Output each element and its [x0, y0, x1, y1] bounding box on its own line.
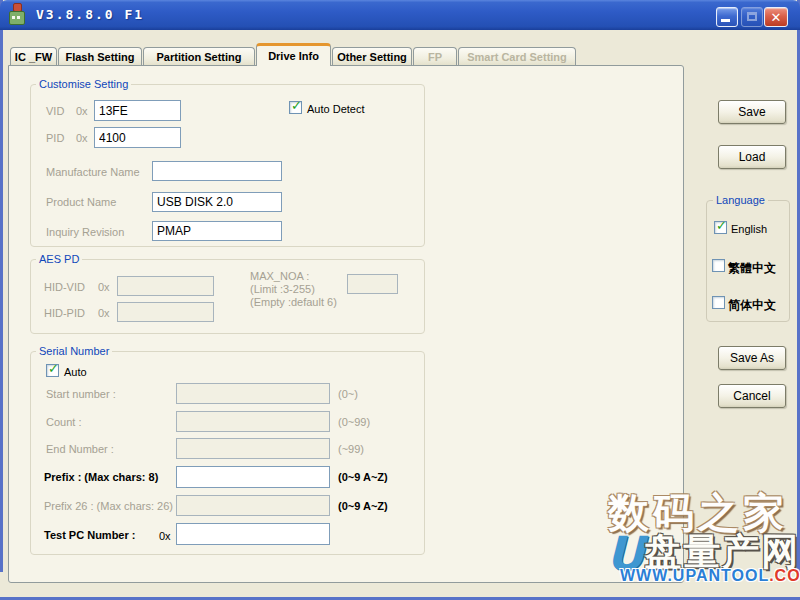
prefix26-range: (0~9 A~Z) [338, 500, 388, 512]
tab-ic-fw[interactable]: IC _FW [10, 47, 57, 66]
hid-pid-hex-prefix: 0x [98, 307, 110, 319]
product-name-input[interactable] [152, 192, 282, 212]
hid-vid-hex-prefix: 0x [98, 281, 110, 293]
manufacture-name-label: Manufacture Name [46, 166, 140, 178]
language-group-title: Language [713, 194, 768, 206]
end-number-label: End Number : [46, 443, 114, 455]
prefix-range: (0~9 A~Z) [338, 471, 388, 483]
auto-detect-label: Auto Detect [307, 103, 364, 115]
aes-pd-group [30, 259, 425, 334]
hid-pid-label: HID-PID [44, 307, 85, 319]
test-pc-number-input[interactable] [176, 523, 330, 545]
check-icon: ✓ [291, 99, 302, 113]
window-title: V3.8.8.0 F1 [36, 7, 144, 22]
count-input [176, 411, 330, 432]
max-noa-label: MAX_NOA : [250, 270, 309, 282]
max-noa-input [347, 274, 398, 294]
app-icon [8, 3, 26, 27]
manufacture-name-input[interactable] [152, 161, 282, 181]
save-as-button[interactable]: Save As [718, 346, 786, 370]
test-pc-number-label: Test PC Number : [44, 529, 135, 541]
pid-label: PID [46, 132, 64, 144]
serial-number-group-title: Serial Number [36, 345, 112, 357]
serial-auto-checkbox[interactable]: ✓ [46, 364, 59, 377]
watermark-url-tld: .COM [769, 567, 800, 584]
maximize-button [741, 7, 763, 27]
language-traditional-checkbox[interactable] [712, 259, 725, 272]
prefix26-input [176, 495, 330, 516]
start-number-input [176, 383, 330, 404]
product-name-label: Product Name [46, 196, 116, 208]
language-simplified-checkbox[interactable] [712, 296, 725, 309]
prefix-label: Prefix : (Max chars: 8) [44, 471, 158, 483]
close-button[interactable]: ✕ [764, 7, 788, 27]
language-traditional-label: 繁體中文 [728, 260, 776, 277]
cancel-button[interactable]: Cancel [718, 384, 786, 408]
customise-setting-group-title: Customise Setting [36, 78, 131, 90]
start-number-label: Start number : [46, 388, 116, 400]
inquiry-revision-label: Inquiry Revision [46, 226, 124, 238]
minimize-icon [721, 19, 730, 22]
start-number-range: (0~) [338, 388, 358, 400]
load-button[interactable]: Load [718, 145, 786, 169]
end-number-input [176, 438, 330, 459]
auto-detect-checkbox[interactable]: ✓ [289, 101, 302, 114]
tab-smart-card-setting: Smart Card Setting [458, 47, 576, 66]
max-noa-empty-label: (Empty :default 6) [250, 296, 337, 308]
prefix-input[interactable] [176, 466, 330, 488]
serial-auto-label: Auto [64, 366, 87, 378]
aes-pd-group-title: AES PD [36, 253, 82, 265]
pid-hex-prefix: 0x [76, 132, 88, 144]
end-number-range: (~99) [338, 443, 364, 455]
tab-fp: FP [413, 47, 457, 66]
titlebar: V3.8.8.0 F1 ✕ [0, 0, 800, 30]
language-english-checkbox[interactable]: ✓ [714, 221, 727, 234]
count-label: Count : [46, 416, 81, 428]
window-border-left [0, 0, 3, 572]
language-english-label: English [731, 223, 767, 235]
max-noa-limit-label: (Limit :3-255) [250, 283, 315, 295]
language-simplified-label: 简体中文 [728, 297, 776, 314]
test-pc-hex-prefix: 0x [159, 530, 171, 542]
prefix26-label: Prefix 26 : (Max chars: 26) [44, 500, 173, 512]
hid-pid-input [117, 302, 214, 322]
inquiry-revision-input[interactable] [152, 221, 282, 241]
save-button[interactable]: Save [718, 100, 786, 124]
count-range: (0~99) [338, 416, 370, 428]
check-icon: ✓ [48, 362, 59, 376]
tab-partition-setting[interactable]: Partition Setting [143, 47, 255, 66]
vid-hex-prefix: 0x [76, 105, 88, 117]
vid-input[interactable] [94, 100, 181, 121]
minimize-button[interactable] [716, 7, 738, 27]
tab-drive-info[interactable]: Drive Info [256, 43, 331, 66]
check-icon: ✓ [716, 219, 727, 233]
hid-vid-label: HID-VID [44, 281, 85, 293]
maximize-icon [747, 12, 757, 21]
vid-label: VID [46, 105, 64, 117]
tab-other-setting[interactable]: Other Setting [332, 47, 412, 66]
pid-input[interactable] [94, 127, 181, 148]
hid-vid-input [117, 276, 214, 296]
close-icon: ✕ [771, 10, 782, 25]
tab-flash-setting[interactable]: Flash Setting [58, 47, 142, 66]
